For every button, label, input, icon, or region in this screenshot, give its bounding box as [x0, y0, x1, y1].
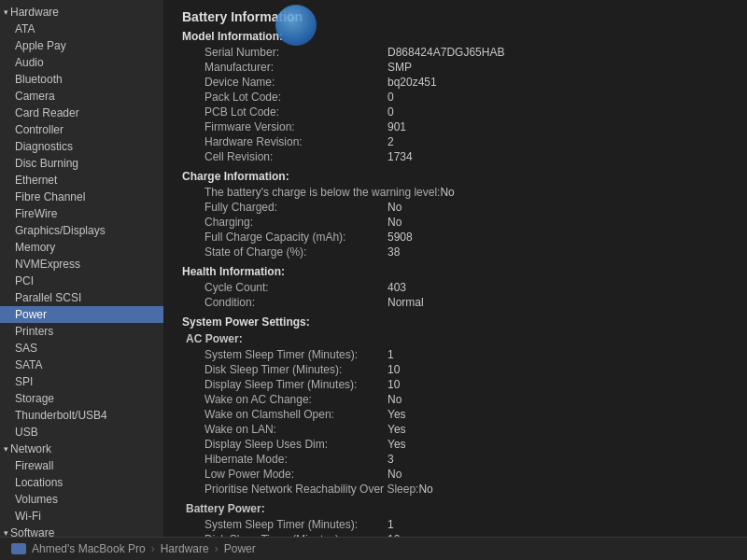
info-row-cyclecount: Cycle Count: 403 — [182, 280, 728, 295]
value-condition: Normal — [388, 296, 424, 309]
info-row-charging: Charging: No — [182, 215, 728, 230]
sidebar-item-spi[interactable]: SPI — [0, 373, 163, 390]
sidebar-item-volumes[interactable]: Volumes — [0, 491, 163, 508]
main-title: Battery Information — [182, 9, 728, 24]
network-group-label[interactable]: ▾ Network — [0, 441, 163, 457]
ac-label-2: Display Sleep Timer (Minutes): — [182, 378, 388, 391]
health-info-table: Cycle Count: 403 Condition: Normal — [182, 280, 728, 310]
ac-value-4: Yes — [388, 408, 406, 421]
info-row-firmware: Firmware Version: 901 — [182, 119, 728, 134]
sidebar-item-ethernet[interactable]: Ethernet — [0, 172, 163, 189]
breadcrumb-bar: Ahmed's MacBook Pro › Hardware › Power — [0, 537, 747, 560]
label-belowwarning: The battery's charge is below the warnin… — [182, 186, 440, 199]
network-group-text: Network — [10, 442, 51, 455]
battery-power-label: Battery Power: — [182, 502, 728, 515]
ac-power-table: System Sleep Timer (Minutes): 1 Disk Sle… — [182, 347, 728, 497]
network-chevron-icon: ▾ — [4, 444, 8, 454]
ac-label-8: Low Power Mode: — [182, 468, 388, 481]
breadcrumb-sep1: › — [151, 542, 155, 555]
sidebar-item-firewall[interactable]: Firewall — [0, 457, 163, 474]
value-pcblot: 0 — [388, 105, 394, 119]
ac-label-1: Disk Sleep Timer (Minutes): — [182, 363, 388, 376]
sidebar-item-camera[interactable]: Camera — [0, 88, 163, 105]
sidebar-item-printers[interactable]: Printers — [0, 323, 163, 340]
label-packlot: Pack Lot Code: — [182, 91, 388, 104]
label-cellrev: Cell Revision: — [182, 150, 388, 163]
sidebar-item-diagnostics[interactable]: Diagnostics — [0, 138, 163, 155]
breadcrumb-computer: Ahmed's MacBook Pro — [32, 542, 146, 555]
sidebar-item-pci[interactable]: PCI — [0, 273, 163, 289]
ac-label-0: System Sleep Timer (Minutes): — [182, 348, 388, 361]
label-pcblot: PCB Lot Code: — [182, 105, 388, 119]
sidebar-item-graphics[interactable]: Graphics/Displays — [0, 222, 163, 239]
charge-info-table: The battery's charge is below the warnin… — [182, 185, 728, 259]
ac-power-label: AC Power: — [182, 332, 728, 345]
value-devicename: bq20z451 — [388, 76, 437, 89]
sidebar-item-storage[interactable]: Storage — [0, 390, 163, 407]
sidebar-item-firewire[interactable]: FireWire — [0, 205, 163, 222]
ac-row-2: Display Sleep Timer (Minutes): 10 — [182, 377, 728, 392]
hardware-group-label[interactable]: ▾ Hardware — [0, 4, 163, 21]
ac-value-0: 1 — [388, 348, 394, 361]
sidebar-item-sata[interactable]: SATA — [0, 357, 163, 373]
label-stateofcharge: State of Charge (%): — [182, 245, 388, 259]
breadcrumb-icon — [11, 543, 26, 554]
ac-row-1: Disk Sleep Timer (Minutes): 10 — [182, 362, 728, 377]
label-manufacturer: Manufacturer: — [182, 61, 388, 74]
sidebar: ▾ Hardware ATA Apple Pay Audio Bluetooth… — [0, 0, 163, 537]
sidebar-item-cardreader[interactable]: Card Reader — [0, 105, 163, 121]
ac-value-8: No — [388, 468, 402, 481]
label-devicename: Device Name: — [182, 76, 388, 89]
info-row-cellrev: Cell Revision: 1734 — [182, 149, 728, 164]
software-group-label[interactable]: ▾ Software — [0, 525, 163, 537]
bat-row-0: System Sleep Timer (Minutes): 1 — [182, 517, 728, 532]
sidebar-item-thunderbolt[interactable]: Thunderbolt/USB4 — [0, 407, 163, 424]
ac-label-3: Wake on AC Change: — [182, 393, 388, 406]
software-group-text: Software — [10, 526, 54, 537]
sidebar-item-memory[interactable]: Memory — [0, 239, 163, 256]
sidebar-item-usb[interactable]: USB — [0, 424, 163, 441]
value-manufacturer: SMP — [388, 61, 412, 74]
sidebar-item-locations[interactable]: Locations — [0, 474, 163, 491]
sidebar-item-wifi[interactable]: Wi-Fi — [0, 508, 163, 525]
value-stateofcharge: 38 — [388, 245, 400, 259]
ac-label-9: Prioritise Network Reachability Over Sle… — [182, 483, 418, 496]
value-fullcapacity: 5908 — [388, 231, 413, 244]
software-chevron-icon: ▾ — [4, 528, 8, 537]
ac-value-7: 3 — [388, 453, 394, 466]
sidebar-item-applepay[interactable]: Apple Pay — [0, 37, 163, 54]
label-serial: Serial Number: — [182, 46, 388, 59]
info-row-hwrev: Hardware Revision: 2 — [182, 134, 728, 149]
label-fullcapacity: Full Charge Capacity (mAh): — [182, 231, 388, 244]
info-row-fullcapacity: Full Charge Capacity (mAh): 5908 — [182, 230, 728, 245]
value-charging: No — [388, 216, 402, 229]
system-power-title: System Power Settings: — [182, 315, 728, 329]
sidebar-item-fibrechannel[interactable]: Fibre Channel — [0, 189, 163, 205]
sidebar-item-parallelscsi[interactable]: Parallel SCSI — [0, 289, 163, 306]
info-row-fullycharged: Fully Charged: No — [182, 200, 728, 215]
sidebar-item-ata[interactable]: ATA — [0, 21, 163, 37]
sidebar-item-bluetooth[interactable]: Bluetooth — [0, 71, 163, 88]
ac-value-9: No — [418, 483, 432, 496]
breadcrumb-section: Hardware — [161, 542, 209, 555]
info-row-condition: Condition: Normal — [182, 295, 728, 310]
sidebar-item-discburning[interactable]: Disc Burning — [0, 155, 163, 172]
ac-value-1: 10 — [388, 363, 400, 376]
ac-row-3: Wake on AC Change: No — [182, 392, 728, 407]
breadcrumb-sep2: › — [215, 542, 218, 555]
sidebar-item-audio[interactable]: Audio — [0, 54, 163, 71]
sidebar-item-power[interactable]: Power — [0, 306, 163, 323]
sidebar-item-nvmexpress[interactable]: NVMExpress — [0, 256, 163, 273]
info-row-manufacturer: Manufacturer: SMP — [182, 60, 728, 75]
sidebar-item-sas[interactable]: SAS — [0, 340, 163, 357]
sidebar-item-controller[interactable]: Controller — [0, 121, 163, 138]
bat-value-0: 1 — [388, 518, 394, 531]
ac-value-2: 10 — [388, 378, 400, 391]
ac-row-7: Hibernate Mode: 3 — [182, 452, 728, 467]
bat-label-0: System Sleep Timer (Minutes): — [182, 518, 388, 531]
ac-row-4: Wake on Clamshell Open: Yes — [182, 407, 728, 422]
ac-row-8: Low Power Mode: No — [182, 467, 728, 482]
label-fullycharged: Fully Charged: — [182, 201, 388, 214]
info-row-devicename: Device Name: bq20z451 — [182, 75, 728, 90]
battery-power-table: System Sleep Timer (Minutes): 1 Disk Sle… — [182, 517, 728, 537]
